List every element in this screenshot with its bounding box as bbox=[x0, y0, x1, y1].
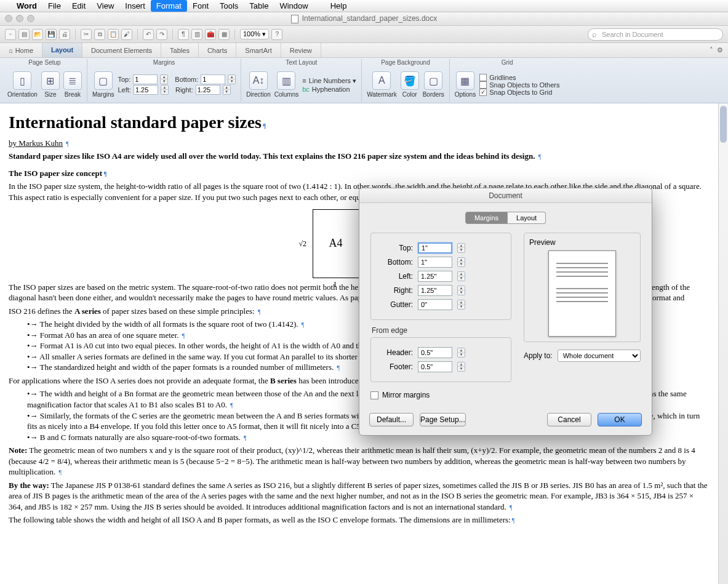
menu-app[interactable]: Word bbox=[11, 0, 42, 12]
default-button[interactable]: Default... bbox=[369, 413, 414, 426]
collapse-ribbon-icon[interactable]: ˄ bbox=[710, 46, 713, 54]
undo-icon[interactable]: ↶ bbox=[143, 29, 154, 40]
hyphenation-button[interactable]: Hyphenation bbox=[312, 86, 350, 93]
menu-font[interactable]: Font bbox=[187, 0, 214, 12]
margin-bottom-input[interactable] bbox=[201, 74, 225, 84]
stepper[interactable]: ▲▼ bbox=[457, 257, 465, 267]
margin-bottom-label: Bottom: bbox=[175, 76, 198, 83]
tab-tables[interactable]: Tables bbox=[161, 43, 199, 57]
page-setup-button[interactable]: Page Setup... bbox=[420, 413, 466, 426]
stepper[interactable]: ▲▼ bbox=[457, 271, 465, 281]
menu-edit[interactable]: Edit bbox=[66, 0, 91, 12]
zoom-icon[interactable] bbox=[27, 15, 34, 22]
redo-icon[interactable]: ↷ bbox=[156, 29, 167, 40]
toolbox-icon[interactable]: 🧰 bbox=[205, 29, 216, 40]
stepper[interactable]: ▲▼ bbox=[160, 74, 168, 84]
stepper[interactable]: ▲▼ bbox=[457, 243, 465, 253]
menu-file[interactable]: File bbox=[42, 0, 66, 12]
minimize-icon[interactable] bbox=[16, 15, 23, 22]
stepper[interactable]: ▲▼ bbox=[223, 85, 231, 95]
stepper[interactable]: ▲▼ bbox=[457, 362, 465, 372]
menu-view[interactable]: View bbox=[91, 0, 119, 12]
tab-layout[interactable]: Layout bbox=[42, 43, 82, 57]
tab-document-elements[interactable]: Document Elements bbox=[82, 43, 161, 57]
bottom-input[interactable] bbox=[418, 257, 452, 268]
open-icon[interactable]: 📂 bbox=[32, 29, 43, 40]
copy-icon[interactable]: ⧉ bbox=[94, 29, 105, 40]
menu-insert[interactable]: Insert bbox=[119, 0, 151, 12]
grid-options-button[interactable]: ▦Options bbox=[455, 71, 476, 98]
margin-left-input[interactable] bbox=[134, 85, 158, 95]
stepper[interactable]: ▲▼ bbox=[457, 300, 465, 310]
window-title: International_standard_paper_sizes.docx bbox=[291, 14, 437, 23]
paste-icon[interactable]: 📋 bbox=[108, 29, 119, 40]
stepper[interactable]: ▲▼ bbox=[228, 74, 236, 84]
tab-review[interactable]: Review bbox=[281, 43, 321, 57]
header-input[interactable] bbox=[418, 347, 452, 358]
gridlines-checkbox[interactable]: Gridlines bbox=[479, 74, 559, 81]
mirror-margins-checkbox[interactable]: Mirror margins bbox=[370, 391, 511, 399]
doc-icon bbox=[291, 15, 298, 23]
doc-h1: International standard paper sizes¶ bbox=[9, 111, 710, 134]
break-button[interactable]: ≣Break bbox=[63, 71, 82, 98]
apply-to-select[interactable]: Whole document bbox=[558, 350, 641, 362]
menu-format[interactable]: Format bbox=[151, 0, 187, 12]
margin-top-input[interactable] bbox=[133, 74, 158, 84]
cancel-button[interactable]: Cancel bbox=[547, 413, 591, 426]
margin-right-input[interactable] bbox=[196, 85, 220, 95]
size-icon: ⊞ bbox=[41, 71, 60, 90]
footer-input[interactable] bbox=[418, 361, 452, 372]
tab-charts[interactable]: Charts bbox=[199, 43, 236, 57]
color-button[interactable]: 🪣Color bbox=[401, 71, 419, 98]
format-painter-icon[interactable]: 🖌 bbox=[121, 29, 132, 40]
print-icon[interactable]: 🖨 bbox=[59, 29, 70, 40]
template-icon[interactable]: ▤ bbox=[18, 29, 30, 40]
direction-button[interactable]: A↕Direction bbox=[246, 71, 270, 98]
menu-help[interactable]: Help bbox=[325, 0, 353, 12]
save-icon[interactable]: 💾 bbox=[46, 29, 57, 40]
cut-icon[interactable]: ✂ bbox=[81, 29, 92, 40]
close-icon[interactable] bbox=[5, 15, 12, 22]
watermark-button[interactable]: AWatermark bbox=[367, 71, 397, 98]
scrollbar-thumb[interactable] bbox=[720, 106, 727, 143]
stepper[interactable]: ▲▼ bbox=[457, 286, 465, 295]
line-numbers-dropdown[interactable]: Line Numbers ▾ bbox=[309, 77, 357, 85]
menu-script-icon[interactable] bbox=[314, 5, 325, 7]
borders-button[interactable]: ▢Borders bbox=[423, 71, 444, 98]
bottom-label: Bottom: bbox=[378, 258, 413, 266]
dialog-tab-margins[interactable]: Margins bbox=[465, 212, 508, 224]
orientation-icon: ▯ bbox=[13, 71, 31, 90]
left-input[interactable] bbox=[418, 271, 452, 282]
tab-home[interactable]: ⌂Home bbox=[0, 43, 42, 57]
snap-others-checkbox[interactable]: Snap Objects to Others bbox=[479, 81, 559, 89]
gutter-input[interactable] bbox=[418, 299, 452, 310]
separator bbox=[234, 29, 235, 40]
stepper[interactable]: ▲▼ bbox=[457, 348, 465, 358]
tab-smartart[interactable]: SmartArt bbox=[236, 43, 281, 57]
new-icon[interactable]: ▫ bbox=[5, 29, 16, 40]
help-icon[interactable]: ? bbox=[271, 29, 282, 40]
size-button[interactable]: ⊞Size bbox=[41, 71, 60, 98]
ribbon: Page Setup ▯Orientation ⊞Size ≣Break Mar… bbox=[0, 58, 728, 103]
sidebar-icon[interactable]: ▥ bbox=[191, 29, 202, 40]
media-icon[interactable]: ▦ bbox=[218, 29, 230, 40]
menu-table[interactable]: Table bbox=[244, 0, 274, 12]
columns-button[interactable]: ▥Columns bbox=[274, 71, 298, 98]
separator bbox=[137, 29, 138, 40]
snap-grid-checkbox[interactable]: ✓Snap Objects to Grid bbox=[479, 89, 559, 96]
menu-window[interactable]: Window bbox=[274, 0, 313, 12]
gear-icon[interactable]: ⚙ bbox=[717, 46, 723, 54]
margins-button[interactable]: ▢Margins bbox=[92, 71, 114, 98]
vertical-scrollbar[interactable] bbox=[718, 103, 728, 584]
pilcrow-icon[interactable]: ¶ bbox=[178, 29, 189, 40]
orientation-button[interactable]: ▯Orientation bbox=[7, 71, 38, 98]
stepper[interactable]: ▲▼ bbox=[161, 85, 169, 95]
group-title: Text Layout bbox=[246, 59, 356, 68]
ok-button[interactable]: OK bbox=[598, 413, 642, 426]
zoom-dropdown[interactable]: 100% ▾ bbox=[240, 29, 269, 39]
top-input[interactable] bbox=[418, 242, 452, 254]
menu-tools[interactable]: Tools bbox=[214, 0, 244, 12]
search-input[interactable]: Search in Document bbox=[588, 28, 723, 41]
right-input[interactable] bbox=[418, 285, 452, 296]
dialog-tab-layout[interactable]: Layout bbox=[508, 212, 546, 224]
